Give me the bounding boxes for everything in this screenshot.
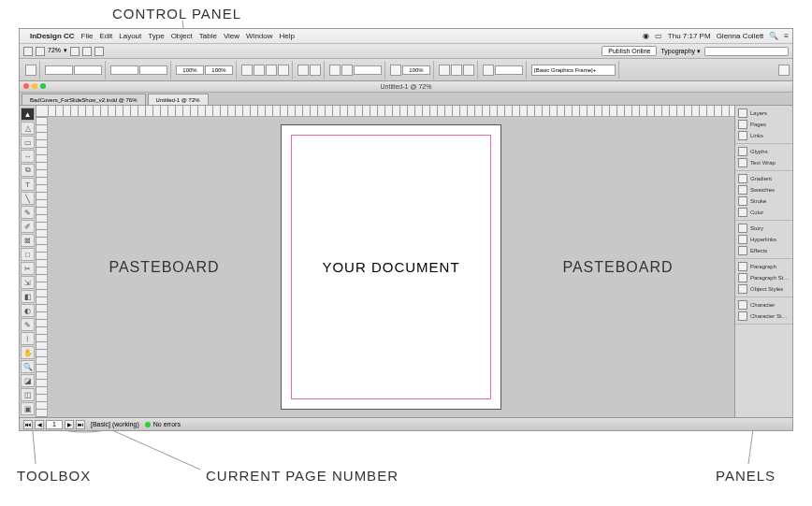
direct-selection-tool[interactable]: △	[21, 122, 35, 135]
current-page-field[interactable]: 1	[46, 420, 63, 429]
panel-item-layers[interactable]: Layers	[735, 108, 792, 119]
rotate-ccw-icon[interactable]	[241, 65, 253, 76]
zoom-window-icon[interactable]	[40, 83, 46, 89]
note-tool[interactable]: ✎	[21, 318, 35, 331]
object-style-dropdown[interactable]: [Basic Graphics Frame]+	[531, 65, 616, 76]
document-page[interactable]: YOUR DOCUMENT	[281, 124, 501, 410]
panel-item-links[interactable]: Links	[735, 130, 792, 141]
panel-item-character[interactable]: Character	[735, 299, 792, 311]
h-field[interactable]	[139, 65, 167, 75]
hand-tool[interactable]: ✋	[21, 346, 35, 359]
app-name-menu[interactable]: InDesign CC	[30, 32, 75, 40]
select-content-icon[interactable]	[310, 65, 321, 76]
arrange-documents-icon[interactable]	[94, 47, 104, 56]
y-field[interactable]	[74, 65, 102, 75]
menu-type[interactable]: Type	[148, 32, 164, 40]
view-options-icon[interactable]	[70, 47, 80, 56]
close-window-icon[interactable]	[23, 83, 29, 89]
notification-center-icon[interactable]: ≡	[784, 32, 789, 40]
prev-page-button[interactable]: ◀	[35, 420, 44, 429]
panel-item-swatches[interactable]: Swatches	[735, 184, 792, 195]
panel-item-gradient[interactable]: Gradient	[735, 173, 792, 184]
default-fill-stroke-tool[interactable]: ◫	[21, 388, 35, 401]
document-tab[interactable]: Untitled-1 @ 72%	[148, 94, 209, 105]
user-name[interactable]: Glenna Collett	[717, 32, 764, 40]
fill-stroke-tool[interactable]: ◪	[21, 374, 35, 387]
rectangle-tool[interactable]: □	[21, 248, 35, 261]
zoom-level-field[interactable]: 72%	[48, 47, 61, 56]
zoom-tool[interactable]: 🔍	[21, 360, 35, 373]
scale-y-field[interactable]: 100%	[205, 65, 233, 75]
next-page-button[interactable]: ▶	[65, 420, 74, 429]
stroke-weight-field[interactable]	[354, 65, 382, 75]
menu-file[interactable]: File	[81, 32, 94, 40]
selection-tool[interactable]: ▲	[21, 108, 35, 121]
last-page-button[interactable]: ⏭	[76, 420, 85, 429]
view-mode-tool[interactable]: ▣	[21, 402, 35, 415]
corner-options-icon[interactable]	[483, 65, 494, 76]
pen-tool[interactable]: ✎	[21, 206, 35, 219]
line-tool[interactable]: ╲	[21, 192, 35, 205]
menu-object[interactable]: Object	[171, 32, 193, 40]
screen-mode-icon[interactable]	[82, 47, 92, 56]
select-container-icon[interactable]	[297, 65, 309, 76]
menu-edit[interactable]: Edit	[99, 32, 112, 40]
corner-radius-field[interactable]	[495, 65, 523, 75]
page-tool[interactable]: ▭	[21, 136, 35, 149]
panel-item-glyphs[interactable]: Glyphs	[735, 146, 792, 157]
battery-icon[interactable]: ▭	[655, 32, 662, 40]
text-wrap-bounding-icon[interactable]	[451, 65, 462, 76]
spotlight-icon[interactable]: 🔍	[769, 32, 778, 40]
document-tab[interactable]: BadCovers_ForSlideShow_v2.indd @ 76%	[22, 94, 146, 105]
control-panel-menu-icon[interactable]	[778, 65, 790, 76]
panel-item-paragraph[interactable]: Paragraph	[735, 261, 792, 272]
panel-item-hyperlinks[interactable]: Hyperlinks	[735, 234, 792, 245]
bridge-icon[interactable]	[36, 47, 45, 56]
flip-v-icon[interactable]	[278, 65, 289, 76]
stroke-swatch-icon[interactable]	[341, 65, 353, 76]
menu-window[interactable]: Window	[246, 32, 272, 40]
help-search-input[interactable]	[704, 47, 789, 56]
text-wrap-none-icon[interactable]	[439, 65, 450, 76]
flip-h-icon[interactable]	[266, 65, 277, 76]
scale-x-field[interactable]: 100%	[176, 65, 204, 75]
minimize-window-icon[interactable]	[32, 83, 37, 89]
scissors-tool[interactable]: ✂	[21, 262, 35, 275]
opacity-field[interactable]: 100%	[402, 65, 430, 75]
rectangle-frame-tool[interactable]: ⊠	[21, 234, 35, 247]
gap-tool[interactable]: ↔	[21, 150, 35, 163]
eyedropper-tool[interactable]: ⁞	[21, 332, 35, 345]
horizontal-ruler[interactable]	[36, 106, 734, 117]
x-field[interactable]	[45, 65, 73, 75]
menu-help[interactable]: Help	[280, 32, 295, 40]
menu-layout[interactable]: Layout	[119, 32, 141, 40]
vertical-ruler[interactable]	[36, 117, 48, 417]
gradient-feather-tool[interactable]: ◐	[21, 304, 35, 317]
fill-swatch-icon[interactable]	[329, 65, 341, 76]
content-collector-tool[interactable]: ⧉	[21, 164, 35, 177]
master-page-label[interactable]: [Basic] (working)	[91, 421, 139, 427]
panel-item-paragraph-st-[interactable]: Paragraph St…	[735, 272, 792, 283]
wifi-icon[interactable]: ◉	[643, 32, 649, 40]
panel-item-story[interactable]: Story	[735, 223, 792, 234]
workspace-switcher[interactable]: Typography ▾	[660, 48, 701, 55]
w-field[interactable]	[110, 65, 138, 75]
clock[interactable]: Thu 7:17 PM	[668, 32, 711, 40]
panel-item-text-wrap[interactable]: Text Wrap	[735, 157, 792, 168]
panel-item-color[interactable]: Color	[735, 207, 792, 218]
pencil-tool[interactable]: ✐	[21, 220, 35, 233]
type-tool[interactable]: T	[21, 178, 35, 191]
panel-item-pages[interactable]: Pages	[735, 119, 792, 130]
publish-online-button[interactable]: Publish Online	[602, 46, 657, 56]
menu-view[interactable]: View	[224, 32, 239, 40]
first-page-button[interactable]: ⏮	[23, 420, 33, 429]
preflight-status[interactable]: No errors	[145, 421, 181, 427]
free-transform-tool[interactable]: ⇲	[21, 276, 35, 289]
gradient-swatch-tool[interactable]: ◧	[21, 290, 35, 303]
effects-icon[interactable]	[390, 65, 401, 76]
panel-item-character-st-[interactable]: Character St…	[735, 311, 792, 322]
panel-item-effects[interactable]: Effects	[735, 245, 792, 256]
text-wrap-shape-icon[interactable]	[463, 65, 474, 76]
rotate-cw-icon[interactable]	[254, 65, 265, 76]
menu-table[interactable]: Table	[199, 32, 217, 40]
